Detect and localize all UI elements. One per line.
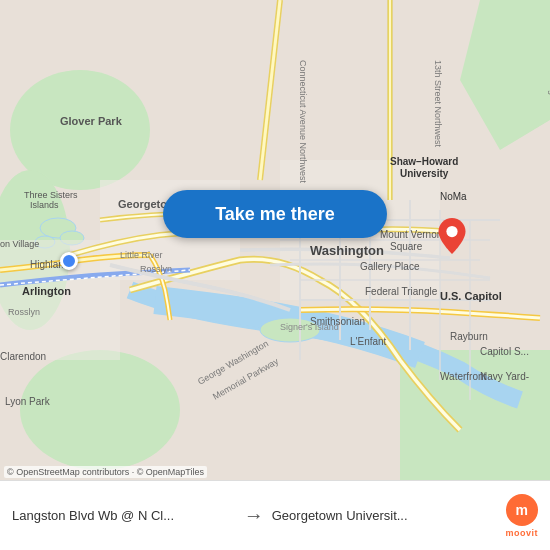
map-container: Glover Park Three Sisters Islands George… [0, 0, 550, 480]
svg-text:Signer's Island: Signer's Island [280, 322, 339, 332]
arrow-icon: → [236, 504, 272, 527]
svg-point-64 [446, 226, 457, 237]
map-attribution: © OpenStreetMap contributors · © OpenMap… [4, 466, 207, 478]
svg-text:Federal Triangle: Federal Triangle [365, 286, 438, 297]
origin-label: Langston Blvd Wb @ N Cl... [12, 508, 236, 523]
origin-info: Langston Blvd Wb @ N Cl... [12, 508, 236, 523]
svg-text:Three Sisters: Three Sisters [24, 190, 78, 200]
svg-text:Rosslyn: Rosslyn [140, 264, 172, 274]
take-me-there-button[interactable]: Take me there [163, 190, 387, 238]
moovit-icon: m [506, 494, 538, 526]
svg-text:Connecticut Avenue Northwest: Connecticut Avenue Northwest [298, 60, 308, 183]
svg-point-5 [20, 350, 180, 470]
dest-label: Georgetown Universit... [272, 508, 496, 523]
svg-text:Lyon Park: Lyon Park [5, 396, 51, 407]
svg-text:L'Enfant: L'Enfant [350, 336, 387, 347]
svg-text:Gallery Place: Gallery Place [360, 261, 420, 272]
bottom-bar: Langston Blvd Wb @ N Cl... → Georgetown … [0, 480, 550, 550]
svg-text:Navy Yard-: Navy Yard- [480, 371, 529, 382]
svg-text:Square: Square [390, 241, 423, 252]
destination-marker [438, 218, 466, 258]
svg-text:Clarendon: Clarendon [0, 351, 46, 362]
svg-text:on Village: on Village [0, 239, 39, 249]
svg-text:Little River: Little River [120, 250, 163, 260]
svg-text:NoMa: NoMa [440, 191, 467, 202]
moovit-logo: m moovit [506, 494, 539, 538]
svg-text:Rayburn: Rayburn [450, 331, 488, 342]
svg-text:U.S. Capitol: U.S. Capitol [440, 290, 502, 302]
svg-text:Washington: Washington [310, 243, 384, 258]
svg-text:Arlington: Arlington [22, 285, 71, 297]
dest-info: Georgetown Universit... [272, 508, 496, 523]
svg-text:Shaw–Howard: Shaw–Howard [390, 156, 458, 167]
svg-text:University: University [400, 168, 449, 179]
origin-marker [60, 252, 78, 270]
svg-text:Glover Park: Glover Park [60, 115, 123, 127]
svg-text:Mount Vernon: Mount Vernon [380, 229, 442, 240]
svg-text:Islands: Islands [30, 200, 59, 210]
svg-text:Rosslyn: Rosslyn [8, 307, 40, 317]
moovit-text: moovit [506, 528, 539, 538]
svg-text:Capitol S...: Capitol S... [480, 346, 529, 357]
svg-text:13th Street Northwest: 13th Street Northwest [433, 60, 443, 148]
